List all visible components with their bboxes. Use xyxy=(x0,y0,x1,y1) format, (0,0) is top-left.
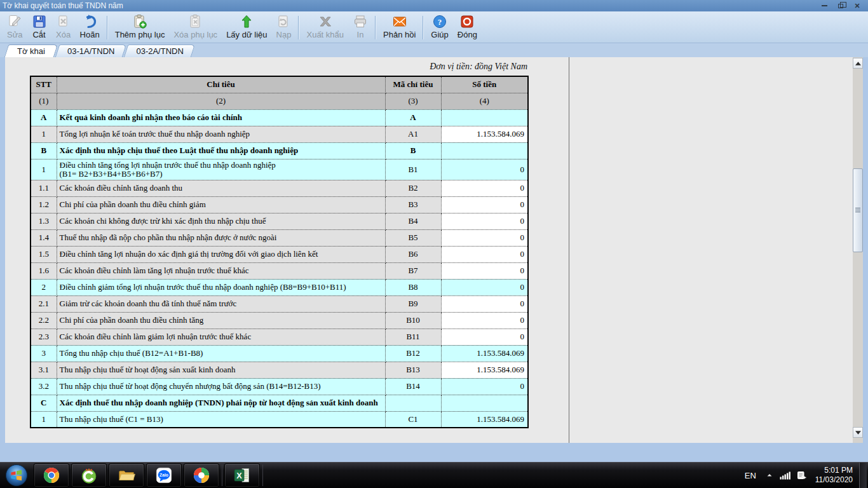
help-circle-icon: ? xyxy=(432,14,447,29)
row-code: B9 xyxy=(385,295,441,312)
restore-button[interactable] xyxy=(832,1,849,11)
taskbar-app-zalo[interactable]: Zalo xyxy=(146,463,182,487)
row-value[interactable]: 0 xyxy=(441,180,528,196)
row-value[interactable]: 1.153.584.069 xyxy=(441,126,528,142)
toolbar-button-lấy-dữ-liệu[interactable]: Lấy dữ liệu xyxy=(222,13,271,43)
row-label: Các khoản điều chỉnh làm tăng lợi nhuận … xyxy=(57,262,385,279)
table-row: CXác định thuế thu nhập doanh nghiệp (TN… xyxy=(31,395,528,411)
chrome-icon xyxy=(42,466,61,485)
row-code: B14 xyxy=(385,378,441,395)
minimize-button[interactable] xyxy=(816,1,832,11)
header-row: STTChỉ tiêuMã chỉ tiêuSố tiền xyxy=(31,76,528,93)
row-value[interactable]: 0 xyxy=(441,295,528,312)
vertical-scrollbar[interactable] xyxy=(853,57,863,443)
arrow-up-green-icon xyxy=(239,14,254,29)
taskbar-app-excel[interactable]: X xyxy=(224,463,260,487)
row-stt: C xyxy=(31,395,57,411)
tax-declaration-table: STTChỉ tiêuMã chỉ tiêuSố tiền(1)(2)(3)(4… xyxy=(30,76,529,428)
hidden-icons-arrow-icon[interactable] xyxy=(766,471,773,479)
toolbar-button-phản-hồi[interactable]: Phản hồi xyxy=(379,13,420,43)
row-label: Kết quả kinh doanh ghi nhận theo báo cáo… xyxy=(57,109,385,126)
taskbar-app-pinwheel-browser[interactable] xyxy=(184,463,219,487)
toolbar-button-cắt[interactable]: Cắt xyxy=(27,13,51,43)
tab-03-2a-tndn[interactable]: 03-2A/TNDN xyxy=(126,44,193,57)
row-stt: 1.2 xyxy=(31,196,57,213)
network-connection-icon[interactable] xyxy=(797,471,807,480)
tab-03-1a-tndn[interactable]: 03-1A/TNDN xyxy=(57,44,125,57)
toolbar-separator xyxy=(107,16,108,39)
clock[interactable]: 5:01 PM 11/03/2020 xyxy=(810,466,859,485)
table-row-b9: 2.1Giảm trừ các khoản doanh thu đã tính … xyxy=(31,295,528,312)
toolbar-button-giúp[interactable]: ?Giúp xyxy=(426,13,452,43)
toolbar-button-label: Phản hồi xyxy=(383,30,416,39)
toolbar-separator xyxy=(423,16,424,39)
restore-icon xyxy=(838,4,843,8)
row-label: Giảm trừ các khoản doanh thu đã tính thu… xyxy=(57,295,385,312)
language-indicator[interactable]: EN xyxy=(738,471,763,480)
scroll-down-button[interactable] xyxy=(853,427,863,438)
row-value[interactable]: 0 xyxy=(441,246,528,262)
row-value[interactable]: 1.153.584.069 xyxy=(441,362,528,378)
table-row-a: AKết quả kinh doanh ghi nhận theo báo cá… xyxy=(31,109,528,126)
row-stt: 1.5 xyxy=(31,246,57,262)
page-refresh-icon xyxy=(276,14,291,29)
toolbar-button-label: Đóng xyxy=(458,30,477,39)
table-row-b: BXác định thu nhập chịu thuế theo Luật t… xyxy=(31,142,528,159)
row-value: 0 xyxy=(441,279,528,295)
table-row-b10: 2.2Chi phí của phần doanh thu điều chỉnh… xyxy=(31,312,528,329)
scrollbar-thumb[interactable] xyxy=(853,168,863,252)
show-desktop-button[interactable] xyxy=(859,463,867,488)
table-row-b3: 1.2Chi phí của phần doanh thu điều chỉnh… xyxy=(31,196,528,213)
row-code: A1 xyxy=(385,126,441,142)
row-code: B13 xyxy=(385,362,441,378)
coccoc-icon xyxy=(79,466,98,485)
row-label: Điều chỉnh tăng lợi nhuận do xác định gi… xyxy=(57,246,385,262)
row-value[interactable]: 0 xyxy=(441,262,528,279)
toolbar-separator xyxy=(298,16,299,39)
toolbar-button-label: Xóa phụ lục xyxy=(173,30,217,39)
close-button[interactable]: ✕ xyxy=(849,1,865,11)
toolbar-button-sửa: Sửa xyxy=(3,13,27,43)
svg-text:Zalo: Zalo xyxy=(159,473,168,477)
excel-icon: X xyxy=(233,466,252,485)
row-value[interactable]: 0 xyxy=(441,229,528,246)
taskbar-app-file-explorer[interactable] xyxy=(109,463,144,487)
toolbar-button-label: Xuất khẩu xyxy=(306,30,344,39)
row-value[interactable]: 0 xyxy=(441,329,528,345)
row-value[interactable]: 0 xyxy=(441,213,528,229)
undo-arrow-icon xyxy=(82,14,97,29)
taskbar-app-chrome[interactable] xyxy=(34,463,69,487)
row-value xyxy=(441,109,528,126)
row-label: Chi phí của phần doanh thu điều chỉnh tă… xyxy=(57,312,385,329)
column-header: STT xyxy=(31,76,57,93)
taskbar-app-coccoc[interactable] xyxy=(71,463,107,487)
start-button[interactable] xyxy=(1,463,32,487)
windows-start-icon xyxy=(4,463,29,487)
scroll-up-button[interactable] xyxy=(853,58,863,69)
row-stt: 2 xyxy=(31,279,57,295)
row-stt: 1.6 xyxy=(31,262,57,279)
toolbar-button-đóng[interactable]: Đóng xyxy=(453,13,482,43)
network-signal-icon[interactable] xyxy=(780,471,790,480)
tab-label: Tờ khai xyxy=(17,46,45,56)
row-code: B xyxy=(385,142,441,159)
svg-text:X: X xyxy=(236,471,242,480)
taskbar-divider xyxy=(262,464,263,486)
tab-t-khai[interactable]: Tờ khai xyxy=(6,44,56,57)
tab-strip: Tờ khai03-1A/TNDN03-2A/TNDN xyxy=(0,43,868,57)
close-power-icon xyxy=(459,14,475,29)
row-value[interactable]: 0 xyxy=(441,196,528,213)
row-label: Điều chỉnh giảm tổng lợi nhuận trước thu… xyxy=(57,279,385,295)
table-header: STTChỉ tiêuMã chỉ tiêuSố tiền(1)(2)(3)(4… xyxy=(31,76,528,109)
row-value: 1.153.584.069 xyxy=(441,345,528,362)
row-code: B7 xyxy=(385,262,441,279)
row-value: 0 xyxy=(441,159,528,180)
delete-doc-icon xyxy=(56,14,71,29)
row-stt: 2.2 xyxy=(31,312,57,329)
toolbar-button-xóa: Xóa xyxy=(51,13,76,43)
row-value[interactable]: 0 xyxy=(441,312,528,329)
toolbar-button-hoãn[interactable]: Hoãn xyxy=(76,13,104,43)
toolbar-button-thêm-phụ-lục[interactable]: Thêm phụ lục xyxy=(111,13,170,43)
row-stt: 3 xyxy=(31,345,57,362)
row-code: B8 xyxy=(385,279,441,295)
